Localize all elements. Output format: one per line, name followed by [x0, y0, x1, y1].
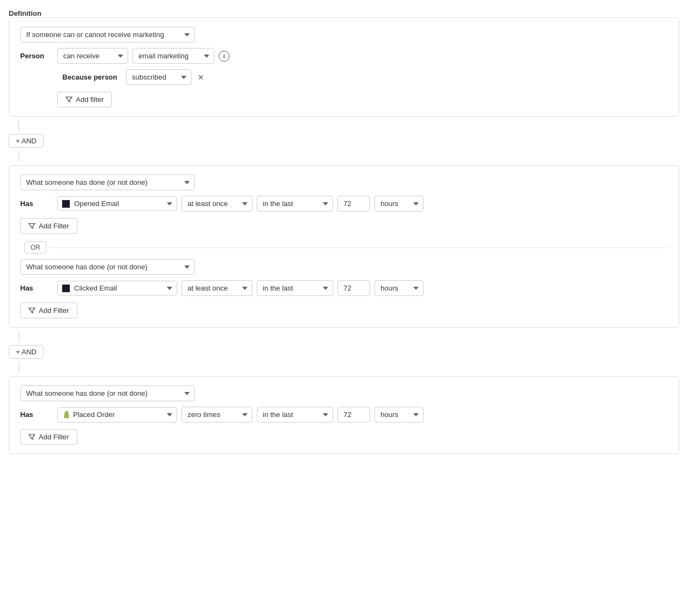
has-label-3: Has [20, 410, 53, 419]
add-filter-button-1[interactable]: Add filter [57, 92, 112, 107]
section-title: Definition [9, 9, 679, 17]
person-condition-select[interactable]: can receive [57, 48, 128, 64]
has-label-2b: Has [20, 284, 53, 292]
because-row: Because person subscribed × [20, 69, 668, 85]
has-row-3: Has Placed Order zero times in the last … [20, 407, 668, 422]
event-select-2b[interactable]: Clicked Email [57, 281, 177, 295]
event-select-3[interactable]: Placed Order [57, 407, 177, 422]
main-select-row-3: What someone has done (or not done) [20, 385, 668, 401]
remove-because-button[interactable]: × [196, 73, 206, 82]
time-select-2b[interactable]: in the last [257, 280, 333, 296]
condition-block-3: What someone has done (or not done) Has … [9, 376, 679, 454]
because-label: Because person [57, 73, 117, 81]
condition-type-select-1[interactable]: If someone can or cannot receive marketi… [20, 27, 195, 43]
frequency-select-2b[interactable]: at least once [182, 280, 252, 296]
and-connector-1 [9, 120, 679, 131]
info-icon: i [219, 51, 230, 62]
or-tag: OR [25, 241, 46, 253]
main-select-row-2: What someone has done (or not done) [20, 174, 668, 190]
unit-select-2[interactable]: hours [375, 196, 424, 212]
condition-block-2: What someone has done (or not done) Has … [9, 165, 679, 328]
unit-select-3[interactable]: hours [375, 407, 424, 422]
svg-rect-0 [65, 412, 69, 418]
filter-icon-3 [28, 433, 35, 440]
or-separator: OR [20, 241, 668, 253]
unit-select-2b[interactable]: hours [375, 280, 424, 296]
event-label-2b: Clicked Email [74, 284, 161, 292]
add-filter-button-2b[interactable]: Add Filter [20, 303, 77, 318]
vertical-line-2 [19, 331, 19, 342]
frequency-select-2[interactable]: at least once [182, 196, 252, 212]
shopify-icon-3 [62, 410, 71, 419]
filter-icon-1 [65, 96, 73, 103]
condition-type-select-2b[interactable]: What someone has done (or not done) [20, 259, 195, 275]
filter-icon-2 [28, 222, 35, 230]
has-label-2: Has [20, 200, 53, 208]
condition-block-1: If someone can or cannot receive marketi… [9, 17, 679, 117]
person-row: Person can receive email marketing i [20, 48, 668, 64]
time-select-3[interactable]: in the last [257, 407, 333, 422]
and-connector-2 [9, 331, 679, 342]
time-value-2b[interactable] [337, 280, 370, 296]
add-filter-row-2b: Add Filter [20, 301, 668, 318]
add-filter-row-1: Add filter [20, 90, 668, 107]
add-filter-button-3[interactable]: Add Filter [20, 429, 77, 445]
or-line [51, 247, 668, 248]
person-label: Person [20, 52, 53, 60]
has-row-2: Has Opened Email at least once in the la… [20, 196, 668, 212]
and-connector-2b [9, 362, 679, 373]
add-filter-row-2: Add Filter [20, 217, 668, 234]
event-label-2: Opened Email [74, 200, 161, 208]
main-select-row-1: If someone can or cannot receive marketi… [20, 27, 668, 43]
channel-select[interactable]: email marketing [132, 48, 214, 64]
filter-icon-2b [28, 307, 35, 314]
frequency-select-3[interactable]: zero times [182, 407, 252, 422]
and-button-row-2: + AND [9, 345, 679, 359]
and-connector-1b [9, 151, 679, 162]
vertical-line-1 [19, 120, 19, 131]
and-button-2[interactable]: + AND [9, 345, 44, 359]
condition-type-select-2[interactable]: What someone has done (or not done) [20, 174, 195, 190]
and-button-1[interactable]: + AND [9, 134, 44, 148]
has-row-2b: Has Clicked Email at least once in the l… [20, 280, 668, 296]
email-icon-2b [62, 285, 70, 292]
email-icon-2 [62, 200, 70, 208]
condition-type-select-3[interactable]: What someone has done (or not done) [20, 385, 195, 401]
time-value-3[interactable] [337, 407, 370, 422]
vertical-line-2b [19, 362, 19, 373]
event-label-3: Placed Order [73, 410, 161, 419]
add-filter-row-3: Add Filter [20, 428, 668, 445]
event-select-2[interactable]: Opened Email [57, 196, 177, 211]
vertical-line-1b [19, 151, 19, 162]
time-value-2[interactable] [337, 196, 370, 212]
time-select-2[interactable]: in the last [257, 196, 333, 212]
main-select-row-2b: What someone has done (or not done) [20, 259, 668, 275]
and-button-row-1: + AND [9, 134, 679, 148]
because-select[interactable]: subscribed [126, 69, 191, 85]
add-filter-button-2[interactable]: Add Filter [20, 218, 77, 234]
